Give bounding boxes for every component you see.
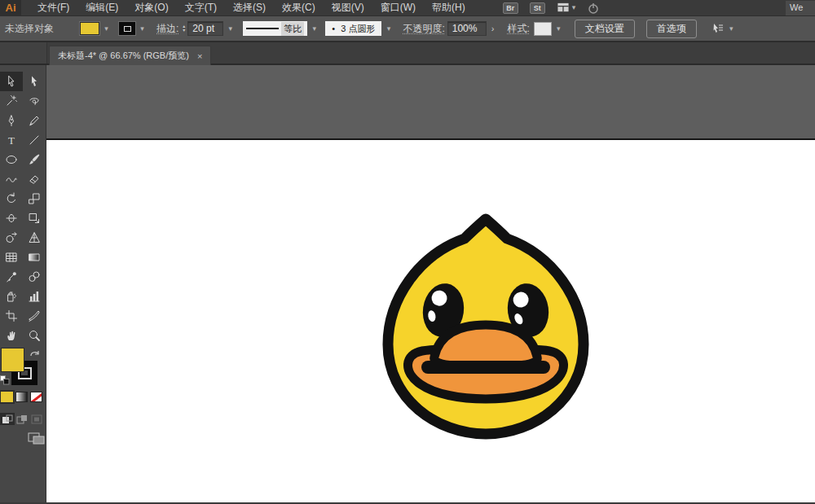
document-tab[interactable]: 未标题-4* @ 66.67% (RGB/预览) × [49, 46, 211, 65]
chevron-down-icon[interactable]: ▾ [554, 25, 563, 33]
menu-item-0[interactable]: 文件(F) [29, 0, 77, 16]
eraser-tool[interactable] [23, 169, 46, 189]
perspective-grid-tool[interactable] [23, 228, 46, 248]
canvas-area[interactable] [46, 65, 815, 502]
gradient-tool[interactable] [23, 248, 46, 267]
color-mode-button[interactable] [1, 392, 13, 402]
style-label[interactable]: 样式: [507, 22, 529, 36]
line-segment-tool[interactable] [23, 130, 46, 150]
stock-button[interactable]: St [530, 2, 545, 14]
menu-item-2[interactable]: 对象(O) [126, 0, 176, 16]
chevron-down-icon[interactable]: ▾ [384, 25, 393, 33]
menu-item-6[interactable]: 视图(V) [324, 0, 372, 16]
default-fill-stroke-icon[interactable] [0, 374, 10, 388]
fill-stroke-cluster [0, 348, 46, 502]
brush-definition-dropdown[interactable]: • 3 点圆形 [325, 21, 381, 36]
graphic-style-swatch[interactable] [534, 22, 552, 36]
rotate-tool[interactable] [0, 189, 23, 208]
chevron-down-icon[interactable]: ▾ [226, 25, 235, 33]
shape-builder-tool[interactable] [0, 228, 23, 248]
draw-normal-button[interactable] [0, 413, 15, 425]
stroke-weight-stepper[interactable]: ▴▾ [183, 24, 185, 33]
line-segment-tool-icon [28, 134, 41, 147]
lasso-tool-icon [28, 94, 41, 107]
select-similar-button[interactable]: ▾ [710, 22, 736, 35]
direct-selection-tool[interactable] [23, 72, 46, 91]
shape-builder-tool-icon [5, 231, 18, 244]
brush-name: 3 点圆形 [341, 23, 375, 35]
magic-wand-tool-icon [5, 94, 18, 107]
width-tool[interactable] [0, 208, 23, 228]
perspective-grid-tool-icon [28, 231, 41, 244]
document-setup-button[interactable]: 文档设置 [575, 20, 635, 38]
bridge-button[interactable]: Br [503, 2, 518, 14]
pen-tool[interactable] [0, 111, 23, 130]
opacity-expand-arrow[interactable]: › [488, 24, 498, 33]
screen-mode-button[interactable] [28, 430, 46, 448]
menu-item-3[interactable]: 文字(T) [177, 0, 225, 16]
stroke-weight-label[interactable]: 描边: [156, 22, 178, 36]
tool-grid: T [0, 65, 46, 345]
menu-item-7[interactable]: 窗口(W) [372, 0, 424, 16]
magic-wand-tool[interactable] [0, 91, 23, 111]
blend-tool[interactable] [23, 267, 46, 287]
selection-tool-icon [5, 75, 18, 88]
slice-tool[interactable] [23, 306, 46, 326]
arrange-documents-icon [557, 2, 570, 14]
free-transform-tool[interactable] [23, 208, 46, 228]
type-tool[interactable]: T [0, 130, 23, 150]
fill-indicator[interactable] [1, 348, 24, 372]
stroke-weight-value[interactable]: 20 pt [187, 21, 223, 36]
eyedropper-tool[interactable] [0, 267, 23, 287]
chevron-down-icon: ▾ [727, 25, 736, 33]
selection-status: 未选择对象 [5, 22, 59, 36]
column-graph-tool-icon [28, 290, 41, 303]
blob-brush-tool[interactable] [0, 169, 23, 189]
scale-tool[interactable] [23, 189, 46, 208]
blend-tool-icon [28, 270, 41, 283]
fill-color-swatch[interactable] [80, 22, 99, 35]
gradient-mode-button[interactable] [15, 392, 28, 402]
artboard-tool-icon [5, 309, 18, 322]
brush-bullet: • [332, 24, 335, 33]
menu-item-8[interactable]: 帮助(H) [424, 0, 474, 16]
opacity-label[interactable]: 不透明度: [403, 22, 444, 36]
illustrator-logo: Ai [0, 0, 21, 16]
artboard-tool[interactable] [0, 306, 23, 326]
zoom-tool[interactable] [23, 326, 46, 345]
gradient-tool-icon [28, 251, 41, 264]
chevron-down-icon[interactable]: ▾ [138, 25, 147, 33]
column-graph-tool[interactable] [23, 287, 46, 306]
draw-behind-button[interactable] [15, 413, 29, 425]
stroke-profile-dropdown[interactable]: 等比 [243, 21, 307, 36]
lasso-tool[interactable] [23, 91, 46, 111]
draw-inside-button[interactable] [29, 413, 44, 425]
pencil-tool[interactable] [23, 111, 46, 130]
chevron-down-icon[interactable]: ▾ [102, 25, 111, 33]
opacity-value[interactable]: 100% [447, 21, 487, 36]
ellipse-tool[interactable] [0, 150, 23, 169]
arrange-documents-button[interactable]: ▾ [557, 2, 576, 14]
stroke-color-swatch[interactable] [119, 22, 135, 35]
close-icon[interactable]: × [197, 51, 202, 61]
zoom-tool-icon [28, 329, 41, 342]
paintbrush-tool[interactable] [23, 150, 46, 169]
mesh-tool[interactable] [0, 248, 23, 267]
menu-item-5[interactable]: 效果(C) [274, 0, 324, 16]
duck-artwork[interactable] [372, 213, 600, 440]
ellipse-tool-icon [5, 153, 18, 166]
workspace-switcher[interactable]: We [786, 1, 815, 15]
menu-item-1[interactable]: 编辑(E) [77, 0, 126, 16]
preferences-button[interactable]: 首选项 [646, 20, 697, 38]
symbol-sprayer-tool[interactable] [0, 287, 23, 306]
menu-item-4[interactable]: 选择(S) [225, 0, 274, 16]
drawing-modes [0, 413, 44, 425]
cs-live-icon[interactable] [587, 2, 600, 15]
document-tab-title: 未标题-4* @ 66.67% (RGB/预览) [58, 50, 189, 62]
menu-bar: Ai 文件(F)编辑(E)对象(O)文字(T)选择(S)效果(C)视图(V)窗口… [0, 0, 815, 16]
scale-tool-icon [28, 192, 41, 205]
selection-tool[interactable] [0, 72, 23, 91]
chevron-down-icon[interactable]: ▾ [310, 25, 319, 33]
none-mode-button[interactable] [30, 392, 42, 402]
hand-tool[interactable] [0, 326, 23, 345]
